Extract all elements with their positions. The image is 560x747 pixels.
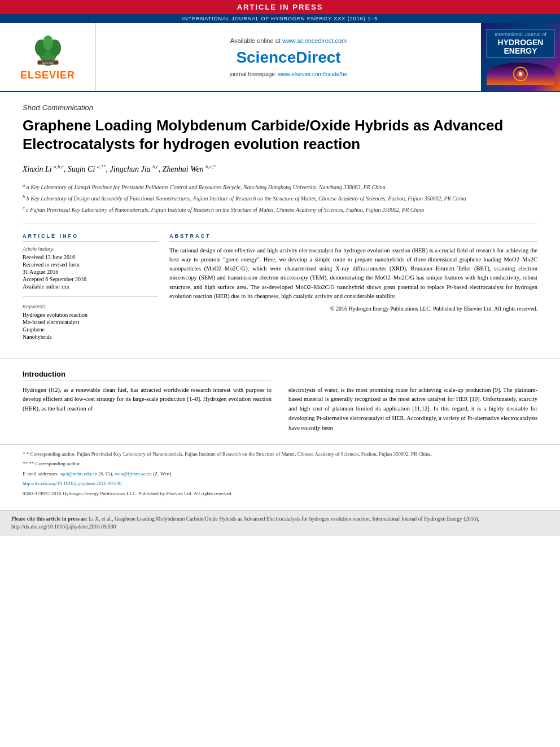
footnotes-area: * * Corresponding author. Fujian Provinc… <box>0 444 560 506</box>
article-title: Graphene Loading Molybdenum Carbide/Oxid… <box>23 116 537 153</box>
abstract-text: The rational design of cost-effective an… <box>169 246 537 302</box>
history-revised-date: 31 August 2016 <box>23 269 158 275</box>
intro-right-text: electrolysis of water, is the most promi… <box>288 386 537 433</box>
keyword-2: Graphene <box>23 326 158 333</box>
author-zhenhai: Zhenhai Wen <box>163 165 204 173</box>
sciencedirect-logo: ScienceDirect <box>236 49 340 67</box>
author-xinxin: Xinxin Li <box>23 165 52 173</box>
elsevier-logo-area: ELSEVIER ELSEVIER <box>0 23 96 91</box>
journal-homepage-link[interactable]: www.elsevier.com/locate/he <box>278 71 347 77</box>
article-content: Short Communication Graphene Loading Mol… <box>0 92 560 346</box>
history-accepted: Accepted 6 September 2016 <box>23 276 158 282</box>
svg-text:ELSEVIER: ELSEVIER <box>41 62 54 64</box>
keywords-section: Keywords: Hydrogen evolution reaction Mo… <box>23 304 158 340</box>
footnote-star-star: ** ** Corresponding author. <box>23 460 537 468</box>
keywords-label: Keywords: <box>23 304 158 309</box>
email-wen-link[interactable]: wen@fjirsm.ac.cn <box>115 471 152 477</box>
history-label: Article history: <box>23 246 158 252</box>
journal-header-text: INTERNATIONAL JOURNAL OF HYDROGEN ENERGY… <box>182 16 378 21</box>
article-page: ARTICLE IN PRESS INTERNATIONAL JOURNAL O… <box>0 0 560 747</box>
doi-link-line: http://dx.doi.org/10.1016/j.ijhydene.201… <box>23 480 537 488</box>
info-abstract-section: ARTICLE INFO Article history: Received 1… <box>23 233 537 341</box>
history-online: Available online xxx <box>23 283 158 290</box>
article-in-press-text: ARTICLE IN PRESS <box>237 3 323 11</box>
intro-left-column: Introduction Hydrogen (H2), as a renewab… <box>23 370 272 433</box>
affiliations: a a Key Laboratory of Jiangxi Province f… <box>23 182 537 224</box>
history-revised-label: Received in revised form <box>23 261 158 268</box>
keyword-3: Nanohybrids <box>23 334 158 340</box>
article-info-header: ARTICLE INFO <box>23 233 158 242</box>
keyword-0: Hydrogen evolution reaction <box>23 312 158 318</box>
citation-label: Please cite this article in press as: <box>11 516 88 522</box>
authors-line: Xinxin Li a,b,c, Suqin Ci a,**, Jingchun… <box>23 162 537 176</box>
author-suqin: Suqin Ci <box>68 165 95 173</box>
svg-point-4 <box>42 35 53 50</box>
affiliation-a: a a Key Laboratory of Jiangxi Province f… <box>23 182 537 191</box>
abstract-header: ABSTRACT <box>169 233 537 242</box>
introduction-heading: Introduction <box>23 370 272 381</box>
available-online-text: Available online at www.sciencedirect.co… <box>230 37 347 44</box>
hydrogen-energy-cover: International Journal of HYDROGENENERGY <box>481 23 560 91</box>
email-ci-link[interactable]: sqci@nchu.edu.cn <box>60 471 97 477</box>
intro-right-column: electrolysis of water, is the most promi… <box>288 370 537 433</box>
abstract-copyright: © 2016 Hydrogen Energy Publications LLC.… <box>169 305 537 312</box>
top-section: ELSEVIER ELSEVIER Available online at ww… <box>0 23 560 92</box>
he-cover-subtitle: International Journal of <box>492 32 549 38</box>
footnote-email: E-mail addresses: sqci@nchu.edu.cn (S. C… <box>23 470 537 478</box>
article-type: Short Communication <box>23 103 537 112</box>
introduction-section: Introduction Hydrogen (H2), as a renewab… <box>0 370 560 433</box>
he-cover-graphic-icon <box>512 65 529 82</box>
issn-line: 0360-3199/© 2016 Hydrogen Energy Publica… <box>23 490 537 498</box>
journal-center: Available online at www.sciencedirect.co… <box>96 23 481 91</box>
sciencedirect-url[interactable]: www.sciencedirect.com <box>282 37 347 44</box>
elsevier-name: ELSEVIER <box>20 69 75 81</box>
doi-link[interactable]: http://dx.doi.org/10.1016/j.ijhydene.201… <box>23 480 122 486</box>
affiliation-b: b b Key Laboratory of Design and Assembl… <box>23 194 537 203</box>
keyword-1: Mo-based electrocatalyst <box>23 319 158 325</box>
history-received: Received 13 June 2016 <box>23 254 158 260</box>
section-divider <box>0 358 560 359</box>
svg-point-9 <box>519 72 522 76</box>
footnote-star: * * Corresponding author. Fujian Provinc… <box>23 451 537 458</box>
article-in-press-banner: ARTICLE IN PRESS <box>0 0 560 14</box>
intro-left-text: Hydrogen (H2), as a renewable clean fuel… <box>23 386 272 414</box>
elsevier-tree-icon: ELSEVIER <box>28 33 68 67</box>
journal-homepage: journal homepage: www.elsevier.com/locat… <box>230 71 347 77</box>
article-history-section: Article history: Received 13 June 2016 R… <box>23 246 158 297</box>
he-cover-title: HYDROGENENERGY <box>492 38 549 56</box>
affiliation-c: c c Fujian Provincial Key Laboratory of … <box>23 205 537 214</box>
journal-header-bar: INTERNATIONAL JOURNAL OF HYDROGEN ENERGY… <box>0 14 560 23</box>
abstract-column: ABSTRACT The rational design of cost-eff… <box>169 233 537 341</box>
author-jingchun: Jingchun Jia <box>110 165 151 173</box>
article-info-column: ARTICLE INFO Article history: Received 1… <box>23 233 158 341</box>
citation-box: Please cite this article in press as: Li… <box>0 510 560 536</box>
